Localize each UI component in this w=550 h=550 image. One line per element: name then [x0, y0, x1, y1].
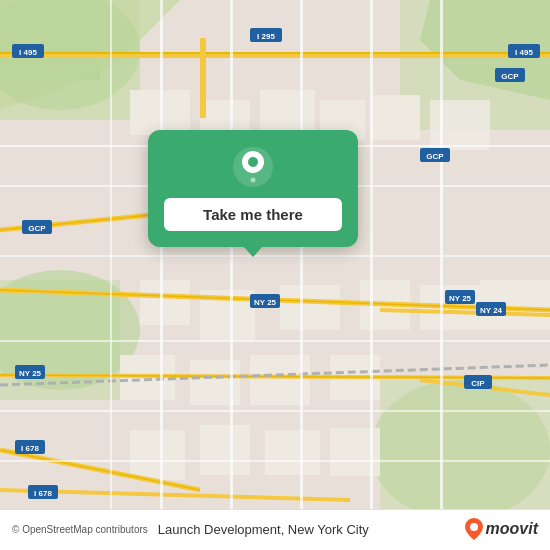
location-pin-icon — [230, 144, 276, 190]
map-container: I 495 I 295 I 495 GCP GCP GCP NY 25 NY 2… — [0, 0, 550, 550]
svg-rect-46 — [160, 0, 163, 550]
svg-rect-57 — [0, 460, 550, 462]
svg-rect-16 — [430, 100, 490, 150]
copyright-text: © OpenStreetMap contributors — [12, 524, 148, 535]
svg-rect-56 — [0, 410, 550, 412]
svg-rect-32 — [0, 52, 550, 54]
svg-rect-19 — [280, 285, 340, 330]
svg-text:I 495: I 495 — [515, 48, 533, 57]
svg-point-89 — [470, 523, 478, 531]
svg-rect-51 — [110, 0, 112, 550]
svg-text:I 678: I 678 — [21, 444, 39, 453]
svg-text:NY 24: NY 24 — [480, 306, 503, 315]
svg-text:CIP: CIP — [471, 379, 485, 388]
svg-rect-47 — [230, 0, 233, 550]
svg-point-87 — [248, 157, 258, 167]
location-label: Launch Development, New York City — [158, 522, 369, 537]
svg-text:GCP: GCP — [426, 152, 444, 161]
svg-text:NY 25: NY 25 — [449, 294, 472, 303]
moovit-brand-name: moovit — [486, 520, 538, 538]
svg-rect-15 — [370, 95, 420, 140]
take-me-there-button[interactable]: Take me there — [164, 198, 342, 231]
svg-rect-28 — [200, 425, 250, 475]
moovit-pin-icon — [465, 518, 483, 540]
svg-rect-48 — [300, 0, 303, 550]
bottom-bar: © OpenStreetMap contributors Launch Deve… — [0, 509, 550, 550]
svg-text:GCP: GCP — [28, 224, 46, 233]
svg-rect-27 — [130, 430, 185, 480]
svg-rect-50 — [440, 0, 443, 550]
svg-text:NY 25: NY 25 — [254, 298, 277, 307]
svg-text:I 678: I 678 — [34, 489, 52, 498]
svg-point-88 — [251, 178, 256, 183]
svg-rect-49 — [370, 0, 373, 550]
svg-rect-29 — [265, 430, 320, 475]
svg-rect-17 — [140, 280, 190, 325]
svg-rect-55 — [0, 340, 550, 342]
svg-text:NY 25: NY 25 — [19, 369, 42, 378]
svg-point-10 — [370, 380, 550, 520]
map-background: I 495 I 295 I 495 GCP GCP GCP NY 25 NY 2… — [0, 0, 550, 550]
svg-text:I 495: I 495 — [19, 48, 37, 57]
svg-text:I 295: I 295 — [257, 32, 275, 41]
map-card: Take me there — [148, 130, 358, 247]
moovit-logo: moovit — [465, 518, 538, 540]
svg-rect-54 — [0, 255, 550, 257]
svg-rect-33 — [200, 38, 206, 118]
svg-text:GCP: GCP — [501, 72, 519, 81]
